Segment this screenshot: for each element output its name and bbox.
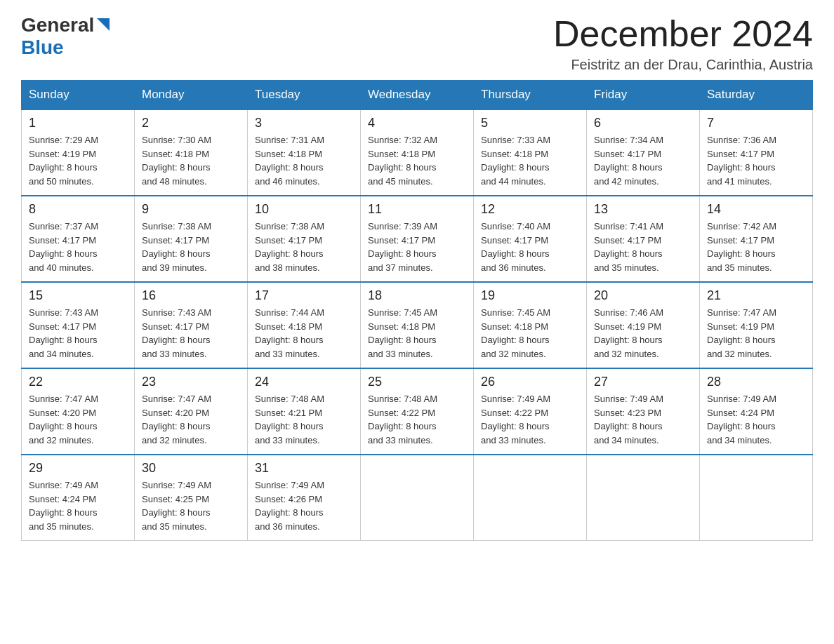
daylight-minutes-text: and 36 minutes. xyxy=(481,262,546,273)
day-number: 19 xyxy=(481,288,579,303)
sunrise-text: Sunrise: 7:34 AM xyxy=(594,135,663,145)
daylight-text: Daylight: 8 hours xyxy=(368,335,437,345)
day-number: 22 xyxy=(29,375,127,389)
day-info: Sunrise: 7:31 AM Sunset: 4:18 PM Dayligh… xyxy=(255,133,353,188)
sunrise-text: Sunrise: 7:32 AM xyxy=(368,135,437,145)
day-number: 6 xyxy=(594,116,692,130)
sunset-text: Sunset: 4:17 PM xyxy=(481,235,548,246)
day-number: 4 xyxy=(368,116,466,130)
daylight-text: Daylight: 8 hours xyxy=(481,335,550,345)
header-monday: Monday xyxy=(135,81,248,110)
daylight-minutes-text: and 40 minutes. xyxy=(29,262,94,273)
sunset-text: Sunset: 4:17 PM xyxy=(29,235,96,246)
sunset-text: Sunset: 4:17 PM xyxy=(142,321,209,332)
day-info: Sunrise: 7:45 AM Sunset: 4:18 PM Dayligh… xyxy=(368,306,466,361)
calendar-week-2: 8 Sunrise: 7:37 AM Sunset: 4:17 PM Dayli… xyxy=(22,196,813,282)
header-wednesday: Wednesday xyxy=(361,81,474,110)
logo-general-text: General xyxy=(21,14,94,36)
sunset-text: Sunset: 4:25 PM xyxy=(142,494,209,504)
day-info: Sunrise: 7:49 AM Sunset: 4:24 PM Dayligh… xyxy=(707,392,805,447)
daylight-text: Daylight: 8 hours xyxy=(707,335,776,345)
day-number: 23 xyxy=(142,375,240,389)
daylight-text: Daylight: 8 hours xyxy=(707,248,776,259)
daylight-text: Daylight: 8 hours xyxy=(594,421,663,431)
day-number: 14 xyxy=(707,202,805,217)
sunrise-text: Sunrise: 7:30 AM xyxy=(142,135,211,145)
day-number: 8 xyxy=(29,202,127,217)
daylight-minutes-text: and 33 minutes. xyxy=(368,349,433,359)
day-info: Sunrise: 7:49 AM Sunset: 4:22 PM Dayligh… xyxy=(481,392,579,447)
day-info: Sunrise: 7:43 AM Sunset: 4:17 PM Dayligh… xyxy=(142,306,240,361)
sunset-text: Sunset: 4:19 PM xyxy=(707,321,774,332)
day-number: 13 xyxy=(594,202,692,217)
daylight-minutes-text: and 44 minutes. xyxy=(481,176,546,187)
day-info: Sunrise: 7:49 AM Sunset: 4:23 PM Dayligh… xyxy=(594,392,692,447)
daylight-minutes-text: and 32 minutes. xyxy=(142,435,207,445)
daylight-minutes-text: and 32 minutes. xyxy=(707,349,772,359)
daylight-text: Daylight: 8 hours xyxy=(594,162,663,173)
sunrise-text: Sunrise: 7:48 AM xyxy=(368,394,437,404)
daylight-minutes-text: and 48 minutes. xyxy=(142,176,207,187)
daylight-text: Daylight: 8 hours xyxy=(481,421,550,431)
sunrise-text: Sunrise: 7:43 AM xyxy=(29,307,98,318)
day-info: Sunrise: 7:40 AM Sunset: 4:17 PM Dayligh… xyxy=(481,220,579,274)
daylight-text: Daylight: 8 hours xyxy=(255,507,324,518)
logo-arrow-icon xyxy=(97,18,110,34)
calendar-week-1: 1 Sunrise: 7:29 AM Sunset: 4:19 PM Dayli… xyxy=(22,109,813,196)
daylight-minutes-text: and 32 minutes. xyxy=(29,435,94,445)
svg-marker-0 xyxy=(97,18,110,31)
daylight-minutes-text: and 50 minutes. xyxy=(29,176,94,187)
calendar-day-4: 4 Sunrise: 7:32 AM Sunset: 4:18 PM Dayli… xyxy=(361,109,474,196)
calendar-empty-cell xyxy=(587,455,700,541)
day-info: Sunrise: 7:43 AM Sunset: 4:17 PM Dayligh… xyxy=(29,306,127,361)
daylight-minutes-text: and 45 minutes. xyxy=(368,176,433,187)
calendar-day-22: 22 Sunrise: 7:47 AM Sunset: 4:20 PM Dayl… xyxy=(22,368,135,455)
sunset-text: Sunset: 4:19 PM xyxy=(594,321,661,332)
calendar-day-7: 7 Sunrise: 7:36 AM Sunset: 4:17 PM Dayli… xyxy=(700,109,813,196)
calendar-day-14: 14 Sunrise: 7:42 AM Sunset: 4:17 PM Dayl… xyxy=(700,196,813,282)
sunrise-text: Sunrise: 7:49 AM xyxy=(481,394,550,404)
calendar-day-16: 16 Sunrise: 7:43 AM Sunset: 4:17 PM Dayl… xyxy=(135,282,248,368)
daylight-text: Daylight: 8 hours xyxy=(29,248,98,259)
logo: General Blue xyxy=(21,14,110,59)
day-info: Sunrise: 7:44 AM Sunset: 4:18 PM Dayligh… xyxy=(255,306,353,361)
header-thursday: Thursday xyxy=(474,81,587,110)
sunrise-text: Sunrise: 7:29 AM xyxy=(29,135,98,145)
day-number: 18 xyxy=(368,288,466,303)
day-number: 31 xyxy=(255,461,353,476)
day-info: Sunrise: 7:33 AM Sunset: 4:18 PM Dayligh… xyxy=(481,133,579,188)
day-info: Sunrise: 7:39 AM Sunset: 4:17 PM Dayligh… xyxy=(368,220,466,274)
day-number: 1 xyxy=(29,116,127,130)
daylight-minutes-text: and 35 minutes. xyxy=(29,521,94,532)
calendar-day-17: 17 Sunrise: 7:44 AM Sunset: 4:18 PM Dayl… xyxy=(248,282,361,368)
sunrise-text: Sunrise: 7:47 AM xyxy=(29,394,98,404)
calendar-day-21: 21 Sunrise: 7:47 AM Sunset: 4:19 PM Dayl… xyxy=(700,282,813,368)
day-number: 28 xyxy=(707,375,805,389)
sunset-text: Sunset: 4:17 PM xyxy=(594,235,661,246)
calendar-day-2: 2 Sunrise: 7:30 AM Sunset: 4:18 PM Dayli… xyxy=(135,109,248,196)
daylight-minutes-text: and 33 minutes. xyxy=(368,435,433,445)
title-block: December 2024 Feistritz an der Drau, Car… xyxy=(553,14,813,73)
sunset-text: Sunset: 4:17 PM xyxy=(142,235,209,246)
sunset-text: Sunset: 4:24 PM xyxy=(707,408,774,418)
daylight-minutes-text: and 39 minutes. xyxy=(142,262,207,273)
sunrise-text: Sunrise: 7:49 AM xyxy=(707,394,776,404)
day-info: Sunrise: 7:49 AM Sunset: 4:25 PM Dayligh… xyxy=(142,478,240,533)
sunrise-text: Sunrise: 7:46 AM xyxy=(594,307,663,318)
sunset-text: Sunset: 4:22 PM xyxy=(481,408,548,418)
header-sunday: Sunday xyxy=(22,81,135,110)
day-number: 5 xyxy=(481,116,579,130)
sunset-text: Sunset: 4:20 PM xyxy=(142,408,209,418)
calendar-day-29: 29 Sunrise: 7:49 AM Sunset: 4:24 PM Dayl… xyxy=(22,455,135,541)
day-info: Sunrise: 7:47 AM Sunset: 4:19 PM Dayligh… xyxy=(707,306,805,361)
daylight-minutes-text: and 36 minutes. xyxy=(255,521,320,532)
calendar-day-26: 26 Sunrise: 7:49 AM Sunset: 4:22 PM Dayl… xyxy=(474,368,587,455)
logo-blue-text: Blue xyxy=(21,36,64,58)
daylight-minutes-text: and 37 minutes. xyxy=(368,262,433,273)
day-info: Sunrise: 7:42 AM Sunset: 4:17 PM Dayligh… xyxy=(707,220,805,274)
sunrise-text: Sunrise: 7:49 AM xyxy=(142,480,211,490)
calendar-day-1: 1 Sunrise: 7:29 AM Sunset: 4:19 PM Dayli… xyxy=(22,109,135,196)
day-number: 16 xyxy=(142,288,240,303)
sunset-text: Sunset: 4:18 PM xyxy=(368,149,435,159)
calendar-header-row: SundayMondayTuesdayWednesdayThursdayFrid… xyxy=(22,81,813,110)
